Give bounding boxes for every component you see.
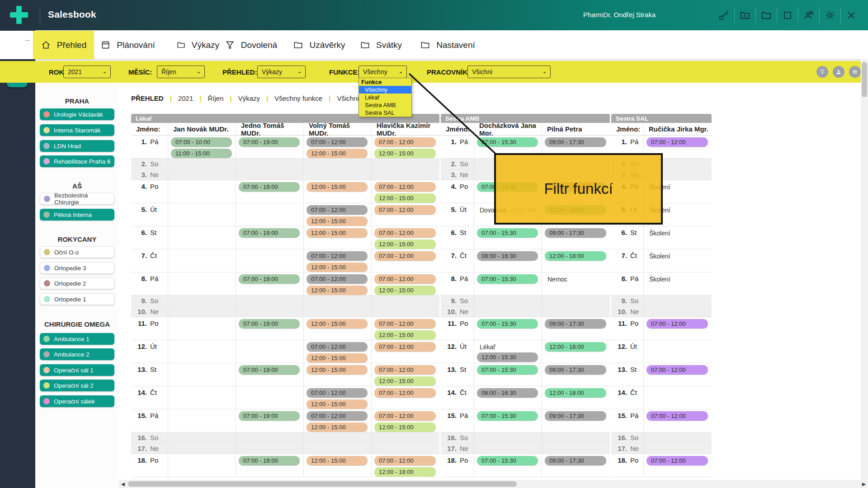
shift-pill[interactable]: 12:00 - 15:00 [307,399,368,409]
shift-cell[interactable] [236,169,304,180]
sidebar-item-p-kn-interna[interactable]: Pěkná Interna [40,209,114,221]
shift-pill[interactable]: 09:00 - 17:30 [545,319,606,328]
shift-pill[interactable]: 07:00 - 12:00 [374,137,436,147]
shift-cell[interactable]: 12:00 - 15:00 [304,363,372,386]
shift-pill[interactable]: 12:00 - 18:00 [374,467,436,477]
shift-cell[interactable]: 07:00 - 12:0012:00 - 15:00 [304,340,372,363]
shift-cell[interactable]: 07:00 - 12:0012:00 - 15:00 [372,409,439,432]
shift-pill[interactable]: 07:00 - 15:30 [477,365,538,375]
shift-cell[interactable] [168,272,236,295]
shift-pill[interactable]: 07:00 - 12:00 [374,205,436,215]
topbar-key-button[interactable] [717,9,731,22]
shift-cell[interactable]: 07:00 - 12:00 [644,409,712,432]
shift-pill[interactable]: 07:00 - 19:00 [239,411,300,421]
shift-pill[interactable]: 12:00 - 15:00 [307,365,368,375]
shift-pill[interactable]: 12:00 - 15:00 [307,182,368,192]
shift-cell[interactable]: 07:00 - 12:0012:00 - 15:00 [304,203,372,226]
tab-p-ehled[interactable]: Přehled [33,31,94,59]
shift-cell[interactable] [304,443,372,454]
shift-pill[interactable]: 07:00 - 15:30 [477,137,538,147]
shift-cell[interactable]: 09:00 - 17:30 [542,317,610,340]
shift-cell[interactable]: 07:00 - 12:0012:00 - 15:00 [304,386,372,409]
shift-cell[interactable]: 07:00 - 12:0012:00 - 18:00 [372,454,439,477]
shift-cell[interactable] [304,296,372,306]
shift-pill[interactable]: 07:00 - 12:00 [374,251,436,261]
shift-cell[interactable] [304,306,372,317]
shift-cell[interactable]: 07:00 - 15:30 [474,409,542,432]
shift-pill[interactable]: 07:00 - 10:00 [171,137,232,147]
shift-cell[interactable] [474,296,542,306]
shift-pill[interactable]: 07:00 - 12:00 [374,274,436,284]
shift-cell[interactable]: 12:00 - 18:00 [542,340,610,363]
filter-select-rok[interactable]: 2021⌄ [63,66,111,78]
shift-cell[interactable] [372,443,439,454]
shift-pill[interactable]: 07:00 - 12:00 [374,319,436,328]
shift-cell[interactable]: 07:00 - 19:00 [236,363,304,386]
shift-cell[interactable] [372,306,439,317]
shift-pill[interactable]: 07:00 - 12:00 [646,456,708,465]
shift-cell[interactable] [542,296,610,306]
shift-cell[interactable]: 12:00 - 15:00 [304,180,372,203]
shift-cell[interactable]: Školení [644,249,712,272]
shift-cell[interactable] [474,306,542,317]
sidebar-item-interna-starom-k[interactable]: Interna Staromák [40,124,114,136]
shift-cell[interactable] [168,409,236,432]
shift-cell[interactable] [372,169,439,180]
tab-dovolen[interactable]: Dovolená [224,31,278,59]
shift-cell[interactable] [236,443,304,454]
shift-pill[interactable]: 11:00 - 15:00 [171,149,232,158]
topbar-folder-button[interactable] [760,9,773,22]
shift-pill[interactable]: 12:00 - 18:00 [545,388,606,398]
shift-pill[interactable]: 12:00 - 15:00 [307,228,368,238]
sidebar-item-ambulance-1[interactable]: Ambulance 1 [40,333,114,345]
shift-cell[interactable]: 07:00 - 12:0012:00 - 15:00 [372,272,439,295]
filter-select-p-ehled[interactable]: Výkazy⌄ [257,66,306,78]
shift-pill[interactable]: 07:00 - 12:00 [374,365,436,375]
shift-cell[interactable] [304,159,372,169]
scroll-right-arrow[interactable]: ▶ [860,480,868,488]
shift-pill[interactable]: 12:00 - 15:00 [374,193,436,203]
shift-cell[interactable]: 07:00 - 12:0012:00 - 15:00 [304,272,372,295]
topbar-user-search-button[interactable] [802,9,816,22]
shift-cell[interactable] [168,317,236,340]
shift-cell[interactable] [474,432,542,443]
shift-pill[interactable]: 07:00 - 15:30 [477,411,538,421]
shift-cell[interactable]: 12:00 - 15:00 [304,317,372,340]
shift-pill[interactable]: 07:00 - 15:30 [477,456,538,465]
dropdown-option-sestra-sal[interactable]: Sestra SAL [359,109,411,117]
shift-pill[interactable]: 12:00 - 15:00 [307,456,368,465]
shift-cell[interactable]: 07:00 - 19:00 [236,180,304,203]
shift-cell[interactable]: 07:00 - 19:00 [236,136,304,158]
shift-cell[interactable] [236,340,304,363]
shift-pill[interactable]: 07:00 - 12:00 [374,228,436,238]
shift-pill[interactable]: 07:00 - 12:00 [307,411,368,421]
shift-pill[interactable]: 07:00 - 15:30 [477,319,538,328]
shift-pill[interactable]: 12:00 - 15:30 [477,352,538,362]
shift-cell[interactable]: 07:00 - 15:30 [474,454,542,477]
shift-pill[interactable]: 07:00 - 19:00 [239,137,300,147]
shift-cell[interactable]: 07:00 - 12:00 [644,454,712,477]
filter-select-funkce[interactable]: Všechny⌄ [359,66,407,78]
shift-cell[interactable] [304,432,372,443]
sidebar-item-opera-n-s-l-1[interactable]: Operační sál 1 [40,364,114,376]
sidebar-item-bezbolestn-chirurgie[interactable]: Bezbolestná Chirurgie [40,193,114,205]
shift-cell[interactable]: Školení [644,272,712,295]
shift-cell[interactable] [372,159,439,169]
tab-pl-nov-n[interactable]: Plánování [99,31,156,59]
shift-pill[interactable]: 07:00 - 12:00 [307,205,368,215]
shift-cell[interactable]: 09:00 - 17:30 [542,363,610,386]
shift-cell[interactable]: 07:00 - 12:00 [372,249,439,272]
shift-pill[interactable]: 07:00 - 19:00 [239,365,300,375]
vertical-scrollbar-thumb[interactable] [862,62,867,97]
shift-pill[interactable]: 12:00 - 15:00 [307,286,368,295]
shift-pill[interactable]: 12:00 - 15:00 [374,330,436,340]
shift-cell[interactable] [168,159,236,169]
sidebar-item-ortopedie-3[interactable]: Ortopedie 3 [40,262,114,274]
shift-cell[interactable]: 07:00 - 19:00 [236,454,304,477]
tab-v-kazy[interactable]: Výkazy [176,31,219,59]
shift-cell[interactable]: 07:00 - 12:00 [644,363,712,386]
shift-pill[interactable]: 12:00 - 18:00 [545,251,606,261]
shift-cell[interactable]: Nemoc [542,272,610,295]
tab-nastaven[interactable]: Nastavení [416,31,479,59]
shift-cell[interactable]: 12:00 - 15:00 [304,454,372,477]
